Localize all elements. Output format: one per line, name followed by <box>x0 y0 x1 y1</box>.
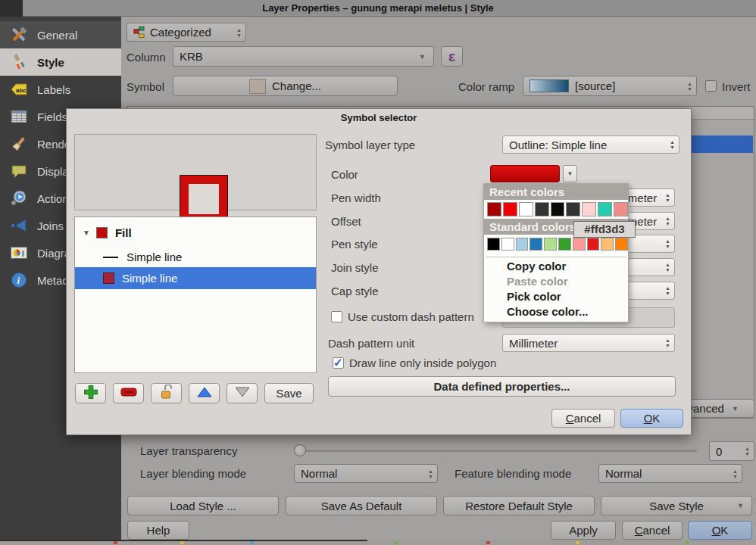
transparency-slider-handle[interactable] <box>294 444 306 456</box>
color-swatch[interactable] <box>558 238 571 251</box>
ok-label: OK <box>644 412 661 425</box>
color-swatch[interactable] <box>516 238 529 251</box>
load-style-button[interactable]: Load Style ... <box>127 496 279 515</box>
dash-unit-dropdown[interactable]: Millimeter ▲▼ <box>502 334 675 352</box>
color-swatch[interactable] <box>487 202 501 216</box>
color-swatch[interactable] <box>566 202 580 216</box>
color-swatch[interactable] <box>530 238 542 251</box>
apply-button[interactable]: Apply <box>551 521 616 540</box>
color-swatch[interactable] <box>573 238 586 251</box>
symbol-layer-type-dropdown[interactable]: Outline: Simple line ▲▼ <box>502 135 679 154</box>
tree-item-label: Simple line <box>127 251 182 263</box>
column-dropdown[interactable]: KRB ▼ <box>173 46 434 67</box>
transparency-slider-track[interactable] <box>295 450 697 452</box>
choose-color-item[interactable]: Choose color... <box>484 304 628 319</box>
categorized-icon <box>133 26 145 38</box>
custom-dash-checkbox[interactable] <box>331 311 342 322</box>
move-down-button[interactable] <box>226 383 258 403</box>
color-dropdown-menu: Recent colors Standard colors Copy color… <box>483 183 629 322</box>
color-swatch[interactable] <box>598 202 612 216</box>
remove-symbol-layer-button[interactable] <box>113 383 144 403</box>
chevron-down-icon: ▼ <box>567 170 573 177</box>
color-swatch[interactable] <box>501 238 514 251</box>
sidebar-item-labels[interactable]: abc Labels <box>0 76 121 103</box>
restore-default-style-button[interactable]: Restore Default Style <box>443 496 595 515</box>
brush-icon <box>9 134 29 154</box>
cancel-label: Cancel <box>635 524 670 537</box>
dash-unit-label: Dash pattern unit <box>328 337 414 350</box>
draw-inside-label: Draw line only inside polygon <box>349 357 496 369</box>
move-up-button[interactable] <box>189 383 220 403</box>
color-swatch[interactable] <box>615 238 628 251</box>
symbol-preview-panel <box>74 134 317 210</box>
color-swatch[interactable] <box>551 202 565 216</box>
feature-blending-dropdown[interactable]: Normal ▲▼ <box>598 464 742 483</box>
dialog-cancel-button[interactable]: Cancel <box>551 409 615 428</box>
color-swatch[interactable] <box>582 202 596 216</box>
color-ramp-dropdown[interactable]: [source] ▲▼ <box>523 76 697 96</box>
save-as-default-label: Save As Default <box>321 500 402 512</box>
color-swatch[interactable] <box>503 202 517 216</box>
recent-colors-row <box>484 200 628 219</box>
invert-checkbox[interactable] <box>705 80 717 92</box>
up-triangle-icon <box>196 386 213 401</box>
spinner-arrows-icon: ▲▼ <box>687 76 692 95</box>
renderer-type-dropdown[interactable]: Categorized ▲▼ <box>127 23 246 42</box>
paintbrush-icon <box>9 52 29 72</box>
symbol-layer-type-value: Outline: Simple line <box>509 139 607 151</box>
color-swatch[interactable] <box>519 202 533 216</box>
layer-blending-dropdown[interactable]: Normal ▲▼ <box>294 464 438 483</box>
symbol-layer-type-label: Symbol layer type <box>325 139 415 151</box>
symbol-change-button[interactable]: Change... <box>173 76 398 96</box>
feature-blending-value: Normal <box>605 467 642 480</box>
ok-label: OK <box>712 524 729 537</box>
add-symbol-layer-button[interactable] <box>75 383 106 403</box>
sidebar-item-style[interactable]: Style <box>0 48 121 76</box>
svg-text:abc: abc <box>16 87 27 94</box>
lock-button[interactable] <box>151 383 182 403</box>
color-swatch[interactable] <box>587 238 600 251</box>
pen-width-label: Pen width <box>331 192 381 204</box>
symbol-layer-tree[interactable]: ▼ Fill Simple line Simple line <box>74 216 317 373</box>
transparency-value: 0 <box>716 445 722 458</box>
save-as-default-button[interactable]: Save As Default <box>286 496 437 515</box>
paste-color-item: Paste color <box>484 274 628 289</box>
draw-inside-checkbox[interactable]: ✓ <box>333 357 344 369</box>
data-defined-label: Data defined properties... <box>433 380 570 393</box>
tree-item-simple-line-1[interactable]: Simple line <box>75 246 316 268</box>
sidebar-item-general[interactable]: General <box>0 21 121 48</box>
dialog-ok-button[interactable]: OK <box>620 409 683 428</box>
color-swatch[interactable] <box>544 238 557 251</box>
change-button-label: Change... <box>272 79 321 92</box>
cancel-button[interactable]: Cancel <box>622 521 683 540</box>
symbol-preview-image <box>180 176 227 223</box>
diagram-icon <box>9 243 29 263</box>
color-swatch[interactable] <box>601 238 614 251</box>
chevron-down-icon: ▼ <box>419 53 426 61</box>
tree-item-simple-line-2[interactable]: Simple line <box>75 267 316 289</box>
ok-button[interactable]: OK <box>688 521 752 540</box>
line-swatch-icon <box>103 257 118 258</box>
offset-label: Offset <box>331 215 361 228</box>
data-defined-properties-button[interactable]: Data defined properties... <box>328 376 676 397</box>
color-swatch[interactable] <box>614 202 628 216</box>
sidebar-item-label: General <box>37 29 77 42</box>
spinner-arrows-icon: ▲▼ <box>665 213 670 229</box>
color-swatch[interactable] <box>487 238 500 251</box>
transparency-spinbox[interactable]: 0 ▲▼ <box>709 441 754 461</box>
tree-item-fill[interactable]: ▼ Fill <box>75 222 316 244</box>
expression-button[interactable]: ε <box>441 46 463 67</box>
color-swatch[interactable] <box>535 202 549 216</box>
color-swatch-button[interactable] <box>490 165 560 182</box>
spinner-arrows-icon: ▲▼ <box>665 335 670 351</box>
save-style-button[interactable]: Save Style ▼ <box>601 496 752 515</box>
help-button[interactable]: Help <box>127 521 189 540</box>
pick-color-item[interactable]: Pick color <box>484 289 628 304</box>
save-symbol-button[interactable]: Save <box>264 383 314 403</box>
window-titlebar[interactable]: Layer Properties – gunung merapi meletus… <box>0 0 756 17</box>
color-dropdown-button[interactable]: ▼ <box>563 165 577 182</box>
expand-triangle-icon[interactable]: ▼ <box>83 229 90 237</box>
layer-transparency-label: Layer transparency <box>140 444 237 457</box>
copy-color-item[interactable]: Copy color <box>484 259 628 274</box>
layer-blending-label: Layer blending mode <box>140 467 246 480</box>
